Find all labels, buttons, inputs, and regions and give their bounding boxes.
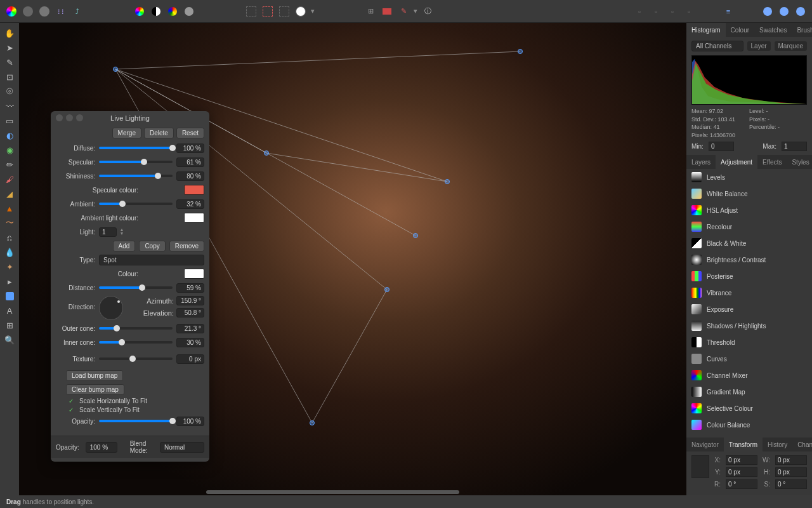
adjustment-item[interactable]: HSL Adjust (686, 202, 812, 218)
adjustment-item[interactable]: Curves (686, 351, 812, 367)
adjustment-item[interactable]: Shadows / Highlights (686, 318, 812, 334)
diffuse-value[interactable]: 100 % (176, 144, 204, 153)
color-icon[interactable] (166, 5, 179, 18)
light-node[interactable] (518, 49, 523, 54)
tab-styles[interactable]: Styles (787, 155, 812, 169)
info-icon[interactable]: ⓘ (421, 5, 434, 18)
blend-select[interactable]: Normal (160, 442, 204, 453)
minimize-icon[interactable] (66, 114, 73, 121)
selection-brush-icon[interactable]: ⦾ (3, 85, 16, 98)
distance-value[interactable]: 59 % (176, 283, 204, 293)
reset-button[interactable]: Reset (176, 128, 204, 138)
persona-photo-icon[interactable] (5, 5, 18, 18)
specular-value[interactable]: 61 % (176, 157, 204, 167)
adjustment-item[interactable]: Exposure (686, 301, 812, 318)
opacity-slider[interactable] (99, 420, 173, 422)
assist-icon[interactable]: ✎ (397, 5, 410, 18)
tab-brushes[interactable]: Brushes (792, 23, 812, 37)
text-tool-icon[interactable]: A (3, 304, 16, 317)
r-input[interactable] (726, 479, 757, 489)
tab-history[interactable]: History (763, 438, 792, 451)
tab-layers[interactable]: Layers (686, 155, 716, 169)
texture-slider[interactable] (99, 358, 173, 360)
h-input[interactable] (775, 467, 807, 477)
adjustment-item[interactable]: White Balance (686, 185, 812, 202)
check-icon[interactable]: ✓ (69, 406, 75, 413)
merge-button[interactable]: Merge (112, 128, 141, 138)
adjustment-item[interactable]: Recolour (686, 218, 812, 235)
load-bump-button[interactable]: Load bump map (66, 370, 123, 381)
arrange-back-icon[interactable]: ▫ (633, 5, 646, 18)
pen-tool-icon[interactable]: ▸ (3, 275, 16, 288)
delete-button[interactable]: Delete (144, 128, 174, 138)
marquee-tool-icon[interactable]: ▭ (3, 114, 16, 127)
outer-value[interactable]: 21.3 ° (176, 324, 204, 333)
tab-swatches[interactable]: Swatches (754, 23, 792, 37)
distance-slider[interactable] (99, 286, 173, 289)
type-select[interactable]: Spot (99, 255, 204, 265)
adjustment-item[interactable]: Black & White (686, 235, 812, 251)
adjustment-item[interactable]: Threshold (686, 334, 812, 351)
burn-tool-icon[interactable]: ▲ (3, 202, 16, 215)
texture-value[interactable]: 0 px (176, 354, 204, 364)
opacity-value[interactable]: 100 % (176, 417, 204, 426)
add-button[interactable]: Add (113, 241, 136, 251)
direction-dial[interactable] (99, 296, 123, 320)
adjustment-item[interactable]: Colour Balance (686, 417, 812, 433)
transform-anchor[interactable] (691, 455, 709, 478)
persona-develop-icon[interactable] (38, 5, 51, 18)
light-node[interactable] (413, 233, 418, 238)
fill-tool-icon[interactable]: ◢ (3, 187, 16, 200)
adjustment-item[interactable]: Vibrance (686, 284, 812, 301)
brush-tool-icon[interactable]: ✏ (3, 158, 16, 171)
grid-icon[interactable]: ⊞ (364, 5, 377, 18)
move-tool-icon[interactable]: ➤ (3, 41, 16, 54)
shininess-slider[interactable] (99, 175, 173, 177)
flood-tool-icon[interactable]: ◐ (3, 129, 16, 142)
arrange-forward-icon[interactable]: ▫ (666, 5, 679, 18)
light-node[interactable] (445, 179, 450, 184)
adjustment-item[interactable]: Brightness / Contrast (686, 251, 812, 268)
selection-sub-icon[interactable] (278, 5, 291, 18)
close-icon[interactable] (56, 114, 63, 121)
y-input[interactable] (726, 467, 757, 477)
light-node[interactable] (310, 420, 315, 425)
clear-bump-button[interactable]: Clear bump map (66, 384, 124, 395)
adjustment-item[interactable]: Selective Colour (686, 400, 812, 417)
azimuth-value[interactable]: 150.9 ° (176, 296, 204, 305)
align-icon[interactable]: ≡ (722, 5, 735, 18)
tab-effects[interactable]: Effects (757, 155, 787, 169)
adjustment-item[interactable]: Posterise (686, 268, 812, 284)
healing-tool-icon[interactable]: ✦ (3, 260, 16, 273)
shininess-value[interactable]: 80 % (176, 171, 204, 181)
persona-export-icon[interactable]: ⤴ (71, 5, 84, 18)
specular-slider[interactable] (99, 161, 173, 163)
light-node[interactable] (264, 150, 269, 156)
min-input[interactable] (709, 142, 734, 151)
spec-colour-swatch[interactable] (184, 185, 204, 195)
paintbrush-tool-icon[interactable]: 🖌 (3, 173, 16, 185)
snap-icon[interactable] (381, 5, 393, 18)
adjustment-item[interactable]: Levels (686, 169, 812, 185)
x-input[interactable] (726, 455, 757, 465)
s-input[interactable] (775, 479, 807, 489)
tab-navigator[interactable]: Navigator (686, 438, 724, 451)
remove-button[interactable]: Remove (169, 241, 204, 251)
arrange-backward-icon[interactable]: ▫ (650, 5, 662, 18)
check-icon[interactable]: ✓ (69, 398, 75, 404)
footer-opacity-select[interactable]: 100 % (86, 442, 117, 453)
channels-select[interactable]: All Channels (691, 41, 743, 51)
diffuse-slider[interactable] (99, 147, 173, 149)
gradient-tool-icon[interactable]: ◉ (3, 144, 16, 156)
bool-int-icon[interactable] (794, 5, 807, 18)
tab-channels[interactable]: Channels (792, 438, 812, 451)
horizontal-scrollbar[interactable] (206, 490, 460, 494)
tab-colour[interactable]: Colour (726, 23, 754, 37)
adjustment-item[interactable]: Channel Mixer (686, 367, 812, 384)
hand-tool-icon[interactable]: ✋ (3, 27, 16, 39)
tab-transform[interactable]: Transform (724, 438, 763, 451)
selection-add-icon[interactable] (261, 5, 274, 18)
ambient-slider[interactable] (99, 203, 173, 205)
light-node[interactable] (384, 287, 390, 292)
bw-icon[interactable] (150, 5, 162, 18)
